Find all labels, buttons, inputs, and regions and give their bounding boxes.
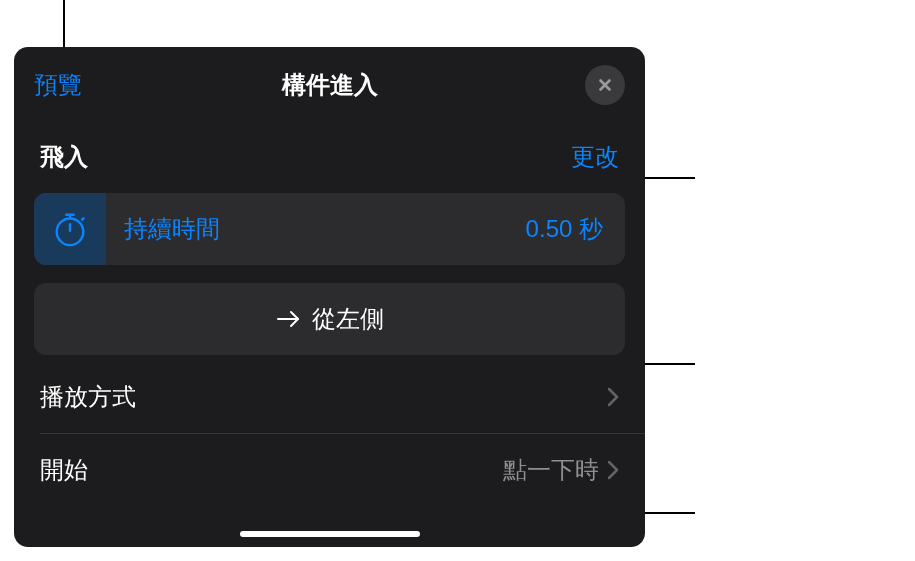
svg-line-6 <box>81 218 84 221</box>
duration-icon-box <box>34 193 106 265</box>
delivery-row[interactable]: 播放方式 <box>14 355 645 433</box>
start-row[interactable]: 開始 點一下時 <box>14 434 645 506</box>
chevron-right-icon <box>607 460 619 480</box>
duration-label: 持續時間 <box>106 213 526 245</box>
duration-row[interactable]: 持續時間 0.50 秒 <box>34 193 625 265</box>
change-button[interactable]: 更改 <box>571 141 619 173</box>
close-button[interactable] <box>585 65 625 105</box>
duration-value: 0.50 秒 <box>526 213 625 245</box>
panel-title: 構件進入 <box>282 69 378 101</box>
start-value: 點一下時 <box>503 454 599 486</box>
delivery-label: 播放方式 <box>40 381 136 413</box>
panel-header: 預覽 構件進入 <box>14 47 645 117</box>
start-label: 開始 <box>40 454 88 486</box>
row-accessory <box>607 387 619 407</box>
stopwatch-icon <box>51 210 89 248</box>
effect-name-label: 飛入 <box>40 141 88 173</box>
row-accessory: 點一下時 <box>503 454 619 486</box>
direction-label: 從左側 <box>312 303 384 335</box>
build-in-panel: 預覽 構件進入 飛入 更改 持續時間 <box>14 47 645 547</box>
arrow-right-icon <box>276 309 302 329</box>
svg-point-2 <box>57 219 84 246</box>
close-icon <box>596 76 614 94</box>
preview-button[interactable]: 預覽 <box>34 69 82 101</box>
effect-row: 飛入 更改 <box>14 117 645 193</box>
direction-button[interactable]: 從左側 <box>34 283 625 355</box>
settings-group: 持續時間 0.50 秒 從左側 <box>14 193 645 355</box>
home-indicator <box>240 531 420 537</box>
chevron-right-icon <box>607 387 619 407</box>
